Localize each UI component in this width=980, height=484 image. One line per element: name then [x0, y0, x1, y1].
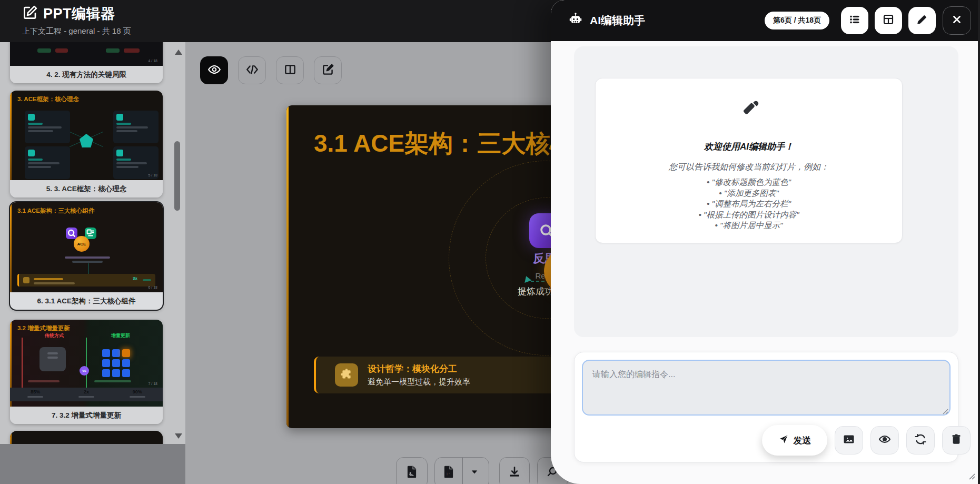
- svg-text:P: P: [447, 471, 450, 477]
- example-item: • "将图片居中显示": [596, 220, 902, 231]
- mini-info-bar: 3x: [17, 274, 155, 287]
- mini-multiplier: 3x: [133, 276, 137, 281]
- pencil-icon: [916, 14, 928, 27]
- outline-list-button[interactable]: [841, 7, 868, 34]
- thumbnail-slide-6-selected[interactable]: 3.1 ACE架构：三大核心组件 ACE 3x: [10, 202, 163, 310]
- window-resize-grip[interactable]: [968, 472, 975, 482]
- thumbnail-page-number: 4 / 18: [148, 59, 157, 63]
- info-bar-subtitle: 避免单一模型过载，提升效率: [368, 377, 470, 387]
- sidebar-footer: [0, 444, 185, 484]
- thumbnail-slide-5[interactable]: 3. ACE框架：核心理念 5 / 18 5. 3. ACE框架：核心理: [10, 91, 163, 197]
- thumbnail-slide-title: 3. ACE框架：核心理念: [17, 95, 79, 103]
- grid-view-button[interactable]: [875, 7, 902, 34]
- edit-slide-button[interactable]: [908, 7, 936, 34]
- paper-plane-icon: [778, 434, 789, 447]
- pdf-file-icon: [405, 465, 419, 481]
- example-commands-list: • "修改标题颜色为蓝色" • "添加更多图表" • "调整布局为左右分栏" •…: [596, 177, 902, 231]
- code-icon: [245, 63, 259, 78]
- download-icon: [508, 465, 521, 481]
- info-bar-title: 设计哲学：模块化分工: [368, 363, 470, 375]
- incremental-label: 增量更新: [89, 332, 152, 339]
- code-view-button[interactable]: [238, 56, 266, 84]
- slide-left-accent: [286, 105, 289, 428]
- thumbnail-preview: 3. ACE框架：核心理念 5 / 18: [10, 91, 163, 180]
- preview-toggle-button[interactable]: [870, 426, 899, 455]
- example-item: • "根据上传的图片设计内容": [596, 210, 902, 221]
- regenerate-button[interactable]: [906, 426, 935, 455]
- vs-badge: VS: [80, 366, 89, 376]
- send-label: 发送: [794, 434, 811, 447]
- image-icon: [843, 433, 855, 448]
- pentagon-icon: [80, 134, 93, 147]
- eye-icon: [207, 63, 221, 78]
- robot-icon: [568, 12, 583, 29]
- eye-icon: [878, 433, 891, 448]
- app-window: PPT编辑器 上下文工程 - general - 共 18 页 4 / 18 4…: [0, 0, 980, 484]
- ai-panel-header: AI编辑助手 第6页 / 共18页: [551, 0, 980, 41]
- example-item: • "添加更多图表": [596, 188, 902, 199]
- window-right-edge: [978, 0, 980, 484]
- slide-thumbnail-sidebar: 4 / 18 4. 2. 现有方法的关键局限 3. ACE框架：核心理念: [0, 42, 185, 444]
- thumbnail-slide-7[interactable]: 3.2 增量式增量更新 传统方式 增量更新 VS: [10, 320, 163, 424]
- upload-image-button[interactable]: [835, 426, 863, 455]
- download-button[interactable]: [499, 457, 530, 484]
- export-pdf-button[interactable]: [396, 457, 428, 484]
- split-view-button[interactable]: [276, 56, 304, 84]
- ai-assistant-panel: AI编辑助手 第6页 / 共18页: [551, 0, 980, 484]
- preview-mode-button[interactable]: [200, 56, 228, 84]
- edit-pencil-icon: [321, 63, 335, 78]
- command-input-card: 发送: [574, 352, 958, 462]
- page-indicator-badge: 第6页 / 共18页: [765, 12, 829, 29]
- thumbnail-caption: 5. 3. ACE框架：核心理念: [10, 180, 163, 197]
- refresh-icon: [914, 433, 927, 448]
- scroll-up-arrow[interactable]: [175, 50, 182, 55]
- welcome-card: 欢迎使用AI编辑助手！ 您可以告诉我如何修改当前幻灯片，例如： • "修改标题颜…: [595, 78, 903, 243]
- trash-icon: [951, 433, 962, 447]
- thumbnail-preview: 3.1 ACE架构：三大核心组件 ACE 3x: [10, 202, 163, 292]
- close-icon: [951, 14, 963, 27]
- thumbnail-stats-row: 85% 2x 90%: [10, 388, 163, 401]
- thumbnail-preview: 3.2 增量式增量更新 传统方式 增量更新 VS: [10, 320, 163, 407]
- thumbnail-page-number: 5 / 18: [148, 173, 157, 177]
- close-panel-button[interactable]: [943, 6, 971, 35]
- thumbnail-preview: 4 / 18: [10, 42, 163, 66]
- ace-badge: ACE: [74, 236, 90, 252]
- columns-icon: [283, 63, 297, 78]
- thumbnail-slide-8[interactable]: [10, 431, 163, 444]
- thumbnail-slide-title: 3.2 增量式增量更新: [17, 324, 70, 332]
- chat-messages-area: 欢迎使用AI编辑助手！ 您可以告诉我如何修改当前幻灯片，例如： • "修改标题颜…: [574, 46, 958, 337]
- chevron-down-icon[interactable]: [470, 467, 479, 479]
- edit-mode-button[interactable]: [314, 56, 342, 84]
- welcome-title: 欢迎使用AI编辑助手！: [596, 141, 902, 153]
- clear-chat-button[interactable]: [942, 426, 971, 455]
- ppt-file-icon: P: [442, 465, 456, 481]
- textarea-resize-grip[interactable]: [942, 407, 948, 417]
- thumbnail-caption: 7. 3.2 增量式增量更新: [10, 407, 163, 424]
- list-icon: [848, 13, 861, 28]
- thumbnail-slide-title: 3.1 ACE架构：三大核心组件: [17, 207, 95, 215]
- example-item: • "修改标题颜色为蓝色": [596, 177, 902, 188]
- mini-magnifier-icon: [66, 228, 77, 239]
- send-button[interactable]: 发送: [762, 425, 827, 456]
- thumbnail-caption: 4. 2. 现有方法的关键局限: [10, 66, 163, 83]
- scroll-down-arrow[interactable]: [175, 433, 182, 439]
- example-item: • "调整布局为左右分栏": [596, 199, 902, 210]
- thumbnail-page-number: 6 / 18: [148, 285, 157, 289]
- command-input[interactable]: [582, 360, 951, 416]
- table-grid-icon: [882, 13, 895, 28]
- marker-pen-icon: [596, 97, 902, 124]
- thumbnail-caption: 6. 3.1 ACE架构：三大核心组件: [10, 292, 163, 310]
- thumbnail-page-number: 7 / 18: [148, 382, 157, 386]
- traditional-label: 传统方式: [23, 332, 86, 339]
- app-subtitle: 上下文工程 - general - 共 18 页: [22, 26, 131, 36]
- edit-square-icon: [22, 5, 38, 23]
- welcome-subtitle: 您可以告诉我如何修改当前幻灯片，例如：: [596, 162, 902, 173]
- app-title: PPT编辑器: [43, 4, 115, 23]
- thumbnail-slide-4[interactable]: 4 / 18 4. 2. 现有方法的关键局限: [10, 42, 163, 83]
- sidebar-scrollbar-thumb[interactable]: [174, 141, 180, 211]
- export-ppt-split-button[interactable]: P: [434, 457, 489, 484]
- puzzle-icon: [335, 363, 358, 387]
- ai-panel-title: AI编辑助手: [590, 13, 645, 28]
